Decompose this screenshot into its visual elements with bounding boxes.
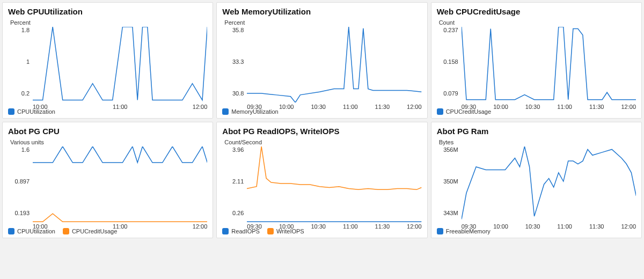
x-tick: 11:00 [343,104,358,110]
chart-area: 3.96 2.11 0.26 09:30 10:00 10:30 11:00 1… [222,146,421,227]
x-tick: 10:00 [493,104,508,110]
x-axis: 09:30 10:00 10:30 11:00 11:30 12:00 [462,222,636,230]
y-tick: 35.8 [232,27,244,33]
plot[interactable] [247,146,421,222]
panel-title: Abot PG CPU [8,127,207,136]
panel-title: Web CPUCreditUsage [437,7,636,16]
y-tick: 0.2 [21,90,30,97]
unit-label: Percent [224,19,421,26]
panel-abot-pg-cpu[interactable]: Abot PG CPU Various units 1.6 0.897 0.19… [2,122,213,238]
y-axis: 356M 350M 343M [437,146,462,216]
y-tick: 356M [443,146,458,153]
plot[interactable] [462,146,636,222]
chart-area: 35.8 33.3 30.8 09:30 10:00 10:30 11:00 1… [222,27,421,107]
y-tick: 33.3 [232,58,244,65]
y-axis: 0.237 0.158 0.079 [437,27,462,97]
y-axis: 35.8 33.3 30.8 [222,27,247,97]
panel-title: Web CPUUtilization [8,7,207,16]
unit-label: Bytes [439,139,636,145]
y-tick: 30.8 [232,90,244,97]
chart-area: 1.8 1 0.2 10:00 11:00 12:00 [8,27,207,107]
x-axis: 09:30 10:00 10:30 11:00 11:30 12:00 [462,102,636,110]
x-tick: 11:00 [113,104,128,110]
y-tick: 0.897 [14,178,30,185]
legend-swatch [222,108,229,115]
plot[interactable] [462,27,636,102]
unit-label: Count [439,19,636,26]
plot[interactable] [33,146,207,222]
x-tick: 10:30 [311,223,326,230]
plot[interactable] [33,27,207,102]
y-tick: 0.193 [14,210,30,216]
y-axis: 3.96 2.11 0.26 [222,146,247,216]
y-tick: 343M [443,210,458,216]
legend-swatch [437,228,443,234]
x-tick: 11:30 [375,223,390,230]
x-tick: 11:00 [343,223,358,230]
x-tick: 10:00 [279,104,294,110]
dashboard-grid: Web CPUUtilization Percent 1.8 1 0.2 10:… [2,2,642,238]
x-tick: 10:30 [525,223,540,230]
x-axis: 10:00 11:00 12:00 [33,102,207,110]
x-tick: 09:30 [247,223,262,230]
x-tick: 11:00 [557,223,572,230]
x-tick: 11:30 [375,104,390,110]
chart-area: 1.6 0.897 0.193 10:00 11:00 12:00 [8,146,207,227]
panel-web-cpucredit[interactable]: Web CPUCreditUsage Count 0.237 0.158 0.0… [431,2,642,119]
x-tick: 11:00 [113,223,128,230]
x-tick: 09:30 [462,223,477,230]
x-tick: 11:30 [589,223,604,230]
x-tick: 12:00 [193,223,208,230]
y-tick: 0.158 [443,58,458,65]
x-tick: 12:00 [621,223,636,230]
y-tick: 2.11 [232,178,244,185]
legend-swatch [222,228,229,234]
x-tick: 11:00 [557,104,572,110]
x-axis: 10:00 11:00 12:00 [33,222,207,230]
y-tick: 1.8 [21,27,30,33]
chart-area: 0.237 0.158 0.079 09:30 10:00 10:30 11:0… [437,27,636,107]
x-axis: 09:30 10:00 10:30 11:00 11:30 12:00 [247,102,421,110]
x-tick: 12:00 [407,104,422,110]
x-tick: 12:00 [407,223,422,230]
panel-title: Abot PG ReadIOPS, WriteIOPS [222,127,421,136]
panel-abot-pg-ram[interactable]: Abot PG Ram Bytes 356M 350M 343M 09:30 1… [431,122,642,238]
y-tick: 3.96 [232,146,244,153]
y-tick: 0.237 [443,27,458,33]
x-tick: 09:30 [462,104,477,110]
x-tick: 09:30 [247,104,262,110]
y-tick: 1 [26,58,30,65]
x-tick: 10:30 [525,104,540,110]
panel-title: Abot PG Ram [437,127,636,136]
x-tick: 10:00 [493,223,508,230]
y-tick: 1.6 [21,146,30,153]
x-tick: 10:00 [33,223,48,230]
x-tick: 10:00 [33,104,48,110]
x-tick: 10:30 [311,104,326,110]
x-tick: 12:00 [193,104,208,110]
panel-web-cpu[interactable]: Web CPUUtilization Percent 1.8 1 0.2 10:… [2,2,213,119]
legend-swatch [8,228,14,234]
x-tick: 11:30 [589,104,604,110]
y-tick: 0.26 [232,210,244,216]
panel-title: Web MemoryUtilization [222,7,421,16]
unit-label: Count/Second [224,139,421,145]
unit-label: Various units [10,139,207,145]
plot[interactable] [247,27,421,102]
unit-label: Percent [10,19,207,26]
legend-swatch [8,108,14,115]
chart-area: 356M 350M 343M 09:30 10:00 10:30 11:00 1… [437,146,636,227]
x-tick: 12:00 [621,104,636,110]
x-tick: 10:00 [279,223,294,230]
y-tick: 350M [443,178,458,185]
y-axis: 1.6 0.897 0.193 [8,146,33,216]
panel-abot-pg-iops[interactable]: Abot PG ReadIOPS, WriteIOPS Count/Second… [216,122,427,238]
y-axis: 1.8 1 0.2 [8,27,33,97]
x-axis: 09:30 10:00 10:30 11:00 11:30 12:00 [247,222,421,230]
legend-swatch [437,108,443,115]
panel-web-mem[interactable]: Web MemoryUtilization Percent 35.8 33.3 … [216,2,427,119]
y-tick: 0.079 [443,90,458,97]
